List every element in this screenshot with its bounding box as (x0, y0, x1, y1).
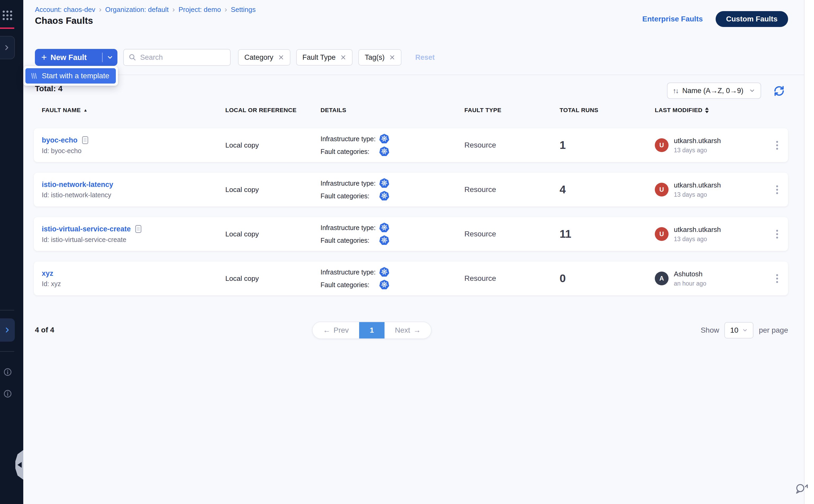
close-icon[interactable] (340, 54, 346, 60)
kubernetes-icon (379, 280, 389, 290)
column-fault-name[interactable]: FAULT NAME ▲ (42, 107, 225, 114)
table-row: istio-network-latency Id: istio-network-… (34, 173, 788, 207)
new-fault-label: New Fault (51, 53, 87, 62)
table-row: byoc-echo Id: byoc-echo Local copy Infra… (34, 128, 788, 162)
modified-time: 13 days ago (674, 191, 721, 198)
modified-time: 13 days ago (674, 236, 721, 243)
filter-chip-fault-type[interactable]: Fault Type (296, 49, 353, 66)
toolbar: + New Fault Category (23, 40, 804, 75)
info-icon[interactable] (3, 389, 12, 398)
page-size-controls: Show 10 per page (701, 322, 788, 338)
breadcrumb-settings-link[interactable]: Settings (231, 6, 256, 14)
chat-bubble-icon[interactable] (794, 482, 809, 501)
modified-time: 13 days ago (674, 147, 721, 154)
collapse-arrow-icon (17, 462, 22, 468)
fault-name-link[interactable]: istio-network-latency (42, 181, 113, 189)
info-icon[interactable] (3, 368, 12, 377)
new-fault-dropdown-menu: Start with a template (23, 66, 118, 86)
close-icon[interactable] (278, 54, 284, 60)
custom-faults-button[interactable]: Custom Faults (716, 11, 788, 27)
show-label: Show (701, 326, 719, 335)
prev-page-button[interactable]: ← Prev (313, 322, 359, 338)
menu-item-start-with-template[interactable]: Start with a template (25, 68, 116, 84)
sidebar-divider (0, 310, 14, 310)
right-gutter (804, 0, 814, 504)
menu-item-label: Start with a template (42, 72, 109, 80)
local-or-reference: Local copy (225, 186, 321, 194)
breadcrumb-project-link[interactable]: Project: demo (179, 6, 221, 14)
local-or-reference: Local copy (225, 141, 321, 149)
kubernetes-icon (379, 235, 389, 245)
column-local-or-reference: LOCAL OR REFERENCE (225, 107, 321, 114)
chevron-down-icon (749, 88, 755, 94)
infra-type-label: Infrastructure type: (321, 180, 379, 187)
left-sidebar (0, 0, 23, 504)
chip-label: Tag(s) (365, 53, 385, 62)
new-fault-button[interactable]: + New Fault (35, 49, 117, 66)
infra-type-label: Infrastructure type: (321, 224, 379, 232)
filter-chip-tags[interactable]: Tag(s) (358, 49, 401, 66)
modified-by: utkarsh.utkarsh (674, 226, 721, 234)
breadcrumb-separator: › (225, 5, 227, 14)
breadcrumb-organization-link[interactable]: Organization: default (105, 6, 169, 14)
sidebar-nav-expand-tile[interactable] (0, 318, 15, 342)
fault-name-link[interactable]: istio-virtual-service-create (42, 225, 131, 233)
fault-name-link[interactable]: byoc-echo (42, 136, 77, 144)
sort-select[interactable]: ↑↓ Name (A→Z, 0→9) (667, 83, 761, 99)
refresh-button[interactable] (772, 84, 786, 98)
fault-id: Id: istio-network-latency (42, 191, 225, 199)
kebab-menu-icon[interactable] (774, 272, 780, 285)
infra-type-label: Infrastructure type: (321, 268, 379, 276)
kubernetes-icon (379, 191, 389, 201)
modified-by: utkarsh.utkarsh (674, 181, 721, 189)
table-row: xyz Id: xyz Local copy Infrastructure ty… (34, 262, 788, 295)
app-grid-icon[interactable] (3, 11, 12, 20)
sort-asc-icon: ▲ (83, 108, 88, 113)
breadcrumb-separator: › (172, 5, 175, 14)
next-page-button[interactable]: Next → (385, 322, 431, 338)
table-header: FAULT NAME ▲ LOCAL OR REFERENCE DETAILS … (34, 107, 788, 114)
close-icon[interactable] (389, 54, 395, 60)
fault-type: Resource (464, 230, 560, 238)
search-input[interactable] (140, 53, 225, 62)
modified-by: utkarsh.utkarsh (674, 137, 721, 145)
column-last-modified[interactable]: LAST MODIFIED (655, 107, 764, 114)
page-size-select[interactable]: 10 (724, 322, 753, 338)
page-title: Chaos Faults (35, 15, 93, 26)
plus-icon: + (41, 53, 47, 62)
refresh-icon (772, 84, 786, 98)
fault-categories-label: Fault categories: (321, 281, 379, 289)
kubernetes-icon (379, 146, 389, 157)
sidebar-divider (0, 351, 14, 352)
sidebar-expand-tile[interactable] (0, 36, 15, 59)
modified-by: Ashutosh (674, 270, 706, 278)
filter-chip-category[interactable]: Category (238, 49, 290, 66)
description-icon (82, 136, 89, 145)
new-fault-dropdown-toggle[interactable] (103, 49, 117, 66)
kebab-menu-icon[interactable] (774, 183, 780, 196)
avatar: U (655, 183, 669, 196)
kebab-menu-icon[interactable] (774, 139, 780, 152)
total-runs: 1 (560, 139, 655, 152)
page-number-button[interactable]: 1 (359, 322, 385, 338)
description-icon (135, 224, 142, 233)
header-actions: Enterprise Faults Custom Faults (642, 11, 788, 27)
breadcrumb-account-link[interactable]: Account: chaos-dev (35, 6, 95, 14)
filter-chips: Category Fault Type Tag(s) (238, 49, 401, 66)
app-window: Account: chaos-dev › Organization: defau… (0, 0, 814, 504)
kubernetes-icon (379, 223, 389, 233)
fault-name-link[interactable]: xyz (42, 269, 53, 278)
fault-id: Id: xyz (42, 280, 225, 288)
reset-filters-button[interactable]: Reset (415, 53, 435, 62)
fault-type: Resource (464, 185, 560, 194)
per-page-label: per page (759, 326, 788, 335)
column-details: DETAILS (321, 107, 464, 114)
enterprise-faults-link[interactable]: Enterprise Faults (642, 15, 703, 23)
kubernetes-icon (379, 134, 389, 144)
kebab-menu-icon[interactable] (774, 228, 780, 241)
column-fault-type: FAULT TYPE (464, 107, 560, 114)
template-icon (30, 72, 38, 80)
arrow-left-icon: ← (323, 326, 330, 335)
sort-value: Name (A→Z, 0→9) (682, 87, 743, 95)
arrow-right-icon: → (413, 326, 421, 335)
